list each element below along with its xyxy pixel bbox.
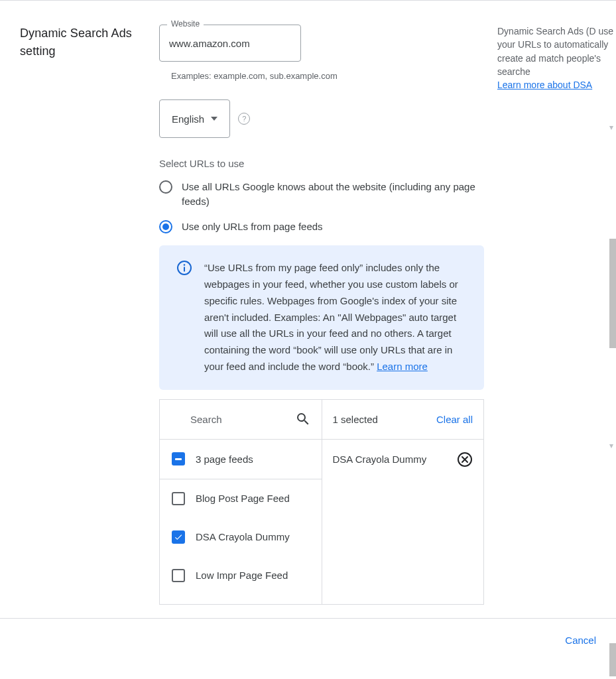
feed-item-label: DSA Crayola Dummy [196, 531, 290, 542]
cancel-button[interactable]: Cancel [557, 629, 604, 651]
info-text: “Use URLs from my page feed only” includ… [204, 260, 469, 375]
website-label: Website [167, 19, 204, 29]
info-box: “Use URLs from my page feed only” includ… [159, 245, 484, 389]
side-help-text: Dynamic Search Ads (D use your URLs to a… [497, 25, 616, 92]
svg-rect-1 [184, 267, 185, 272]
selected-feed-item: DSA Crayola Dummy [322, 440, 484, 479]
radio-label: Use only URLs from page feeds [182, 219, 323, 234]
checkbox-indeterminate[interactable] [172, 452, 185, 465]
website-helper-text: Examples: example.com, sub.example.com [171, 71, 484, 81]
feed-item-label: Low Impr Page Feed [196, 570, 288, 581]
clear-all-button[interactable]: Clear all [436, 414, 473, 425]
remove-icon[interactable] [457, 452, 473, 467]
feeds-summary-label: 3 page feeds [196, 454, 253, 465]
selected-feed-label: DSA Crayola Dummy [333, 454, 427, 465]
language-selected: English [172, 113, 204, 125]
page-feeds-panel: Search 3 page feeds Blog Post Page Feed [159, 399, 484, 605]
search-icon[interactable] [295, 411, 311, 427]
svg-point-2 [184, 264, 186, 266]
radio-page-feeds-only[interactable]: Use only URLs from page feeds [159, 219, 484, 234]
scrollbar-thumb[interactable] [609, 643, 616, 659]
radio-icon [159, 180, 172, 194]
feed-item[interactable]: DSA Crayola Dummy [160, 518, 322, 556]
radio-label: Use all URLs Google knows about the webs… [182, 180, 484, 209]
section-title: Dynamic Search Ads setting [20, 25, 149, 60]
urls-heading: Select URLs to use [159, 158, 484, 169]
feed-item[interactable]: Blog Post Page Feed [160, 479, 322, 518]
selected-count: 1 selected [333, 414, 378, 425]
feeds-summary-row[interactable]: 3 page feeds [160, 440, 322, 479]
learn-more-link[interactable]: Learn more [377, 361, 428, 372]
search-input[interactable]: Search [190, 414, 222, 425]
info-icon [176, 260, 192, 276]
feed-item[interactable]: Low Impr Page Feed [160, 556, 322, 595]
side-help-link[interactable]: Learn more about DSA [497, 80, 592, 90]
checkbox-unchecked[interactable] [172, 492, 185, 505]
feed-item-label: Blog Post Page Feed [196, 493, 290, 504]
help-icon[interactable]: ? [238, 113, 250, 125]
checkbox-unchecked[interactable] [172, 569, 185, 582]
website-input[interactable] [159, 25, 301, 62]
radio-icon [159, 220, 172, 233]
caret-down-icon [211, 117, 217, 121]
website-field-wrap: Website [159, 25, 301, 62]
checkbox-checked[interactable] [172, 530, 185, 544]
radio-all-urls[interactable]: Use all URLs Google knows about the webs… [159, 180, 484, 209]
language-dropdown[interactable]: English [159, 99, 230, 138]
